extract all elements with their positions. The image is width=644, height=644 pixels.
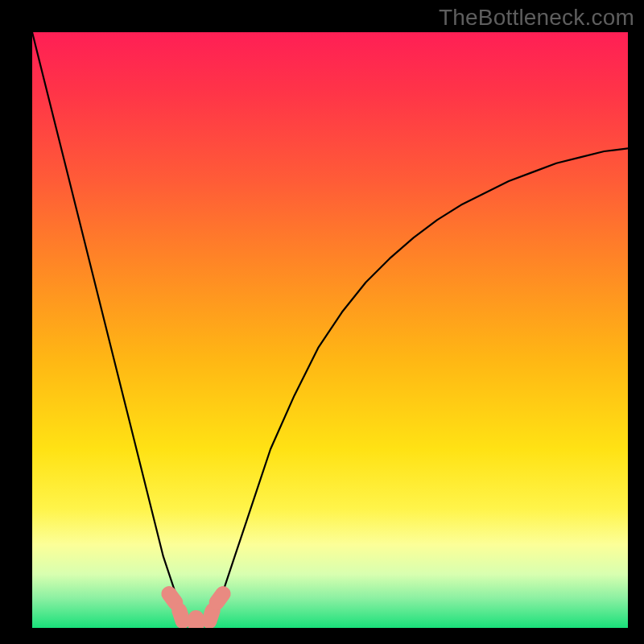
plot-area [32, 32, 628, 628]
chart-svg [32, 32, 628, 628]
chart-frame: TheBottleneck.com [0, 0, 644, 644]
watermark-text: TheBottleneck.com [439, 5, 634, 31]
curve-marker [188, 610, 204, 628]
